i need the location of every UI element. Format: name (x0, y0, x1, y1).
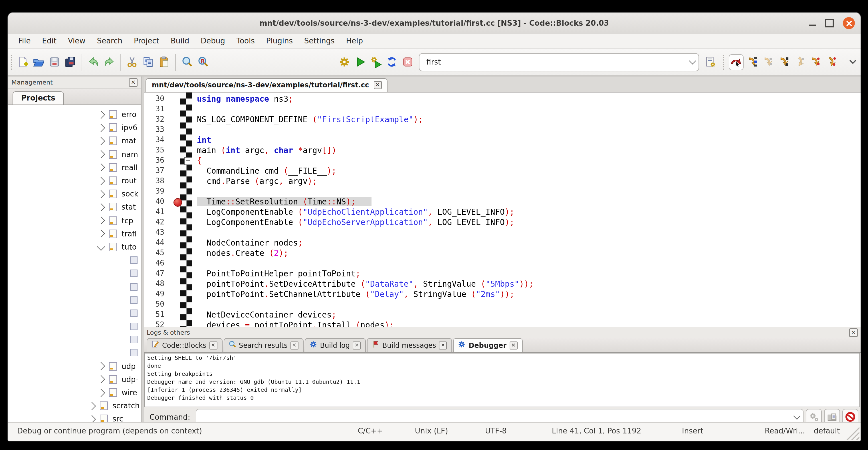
cut-button[interactable] (126, 55, 139, 69)
build-target-combo[interactable] (419, 53, 699, 71)
breakpoint-cell[interactable] (167, 299, 183, 309)
minimize-button[interactable] (809, 24, 816, 25)
code-text[interactable]: PointToPointHelper pointToPoint; (195, 268, 861, 279)
project-tree[interactable]: erroipv6matnamreallroutsockstattcptraflt… (8, 105, 141, 422)
tree-item-fo[interactable]: fo (8, 280, 141, 293)
tab-close-icon[interactable]: × (439, 341, 447, 349)
menu-item-settings[interactable]: Settings (299, 34, 340, 48)
chevron-right-icon[interactable] (97, 163, 105, 172)
fold-cell[interactable] (183, 166, 195, 176)
rebuild-button[interactable] (385, 55, 399, 69)
breakpoint-cell[interactable] (167, 114, 183, 124)
chevron-right-icon[interactable] (88, 402, 96, 410)
management-close-icon[interactable]: × (129, 78, 137, 87)
breakpoint-cell[interactable] (167, 186, 183, 197)
tab-close-icon[interactable]: × (209, 341, 217, 349)
line-number[interactable]: 42 (144, 217, 167, 227)
tree-item-wire[interactable]: wire (8, 386, 141, 399)
breakpoint-cell[interactable] (167, 268, 183, 279)
tree-item-se[interactable]: se (8, 307, 141, 320)
tree-item-se[interactable]: se (8, 320, 141, 333)
find-button[interactable] (180, 55, 194, 69)
fold-cell[interactable] (183, 197, 195, 207)
toolbar-grip[interactable] (723, 54, 725, 70)
breakpoint-cell[interactable] (167, 176, 183, 186)
code-line[interactable]: 41 LogComponentEnable ("UdpEchoClientApp… (144, 207, 861, 217)
new-file-button[interactable] (16, 55, 30, 69)
code-line[interactable]: 31 (144, 104, 861, 114)
code-line[interactable]: 30using namespace ns3; (144, 94, 861, 104)
fold-cell[interactable] (183, 309, 195, 320)
code-text[interactable]: LogComponentEnable ("UdpEchoServerApplic… (195, 217, 861, 227)
tree-item-ipv6[interactable]: ipv6 (8, 121, 141, 134)
tree-item-reall[interactable]: reall (8, 161, 141, 174)
resize-grip[interactable] (846, 426, 860, 440)
tree-item-stat[interactable]: stat (8, 201, 141, 214)
line-number[interactable]: 35 (144, 145, 167, 155)
next-line-button[interactable] (761, 55, 775, 69)
run-button[interactable] (353, 55, 367, 69)
breakpoint-cell[interactable] (167, 197, 183, 207)
fold-cell[interactable] (183, 145, 195, 155)
next-instruction-button[interactable] (809, 55, 822, 69)
code-text[interactable] (195, 227, 861, 238)
breakpoint-cell[interactable] (167, 258, 183, 268)
debug-continue-button[interactable] (729, 54, 743, 70)
step-out-button[interactable] (793, 55, 806, 69)
breakpoint-cell[interactable] (167, 248, 183, 258)
chevron-right-icon[interactable] (97, 124, 105, 132)
fold-cell[interactable] (183, 94, 195, 104)
menu-item-file[interactable]: File (12, 34, 36, 48)
command-input[interactable] (200, 412, 795, 421)
save-all-button[interactable] (64, 55, 77, 69)
chevron-down-icon[interactable] (793, 412, 800, 419)
line-number[interactable]: 47 (144, 268, 167, 279)
line-number[interactable]: 38 (144, 176, 167, 186)
replace-button[interactable] (196, 55, 210, 69)
code-text[interactable]: int (195, 135, 861, 145)
fold-cell[interactable] (183, 217, 195, 227)
code-line[interactable]: 34int (144, 135, 861, 145)
tab-close-icon[interactable]: × (509, 341, 517, 349)
build-and-run-button[interactable] (370, 55, 383, 69)
breakpoint-cell[interactable] (167, 135, 183, 145)
line-number[interactable]: 30 (144, 94, 167, 104)
code-text[interactable]: LogComponentEnable ("UdpEchoClientApplic… (195, 207, 861, 217)
breakpoint-cell[interactable] (167, 124, 183, 135)
line-number[interactable]: 36 (144, 155, 167, 166)
code-text[interactable] (195, 104, 861, 114)
chevron-right-icon[interactable] (97, 230, 105, 238)
line-number[interactable]: 34 (144, 135, 167, 145)
code-text[interactable] (195, 299, 861, 309)
line-number[interactable]: 31 (144, 104, 167, 114)
fold-cell[interactable] (183, 227, 195, 238)
fold-cell[interactable] (183, 268, 195, 279)
breakpoint-cell[interactable] (167, 166, 183, 176)
tree-item-tcp[interactable]: tcp (8, 214, 141, 227)
breakpoint-cell[interactable] (167, 309, 183, 320)
tree-item-tuto[interactable]: tuto (8, 240, 141, 253)
line-number[interactable]: 33 (144, 124, 167, 135)
code-editor[interactable]: 30using namespace ns3;3132NS_LOG_COMPONE… (144, 92, 861, 327)
tree-item-rout[interactable]: rout (8, 174, 141, 187)
code-line[interactable]: 49 pointToPoint.SetChannelAttribute ("De… (144, 289, 861, 299)
fold-collapse-icon[interactable] (184, 157, 192, 165)
code-line[interactable]: 32NS_LOG_COMPONENT_DEFINE ("FirstScriptE… (144, 114, 861, 124)
menu-item-edit[interactable]: Edit (36, 34, 62, 48)
chevron-down-icon[interactable] (97, 243, 105, 251)
breakpoint-cell[interactable] (167, 104, 183, 114)
tree-item-udp-[interactable]: udp- (8, 373, 141, 386)
tree-item-six[interactable]: six (8, 333, 141, 346)
breakpoint-cell[interactable] (167, 279, 183, 289)
line-number[interactable]: 51 (144, 309, 167, 320)
fold-cell[interactable] (183, 258, 195, 268)
logs-tab-debugger[interactable]: Debugger× (453, 338, 523, 352)
code-line[interactable]: 37 CommandLine cmd (__FILE__); (144, 166, 861, 176)
code-line[interactable]: 43 (144, 227, 861, 238)
toolbar-grip[interactable] (10, 54, 13, 70)
abort-button[interactable] (401, 55, 414, 69)
build-target-options-button[interactable] (703, 55, 717, 69)
breakpoint-cell[interactable] (167, 145, 183, 155)
chevron-right-icon[interactable] (97, 190, 105, 198)
title-bar[interactable]: mnt/dev/tools/source/ns-3-dev/examples/t… (8, 12, 861, 34)
